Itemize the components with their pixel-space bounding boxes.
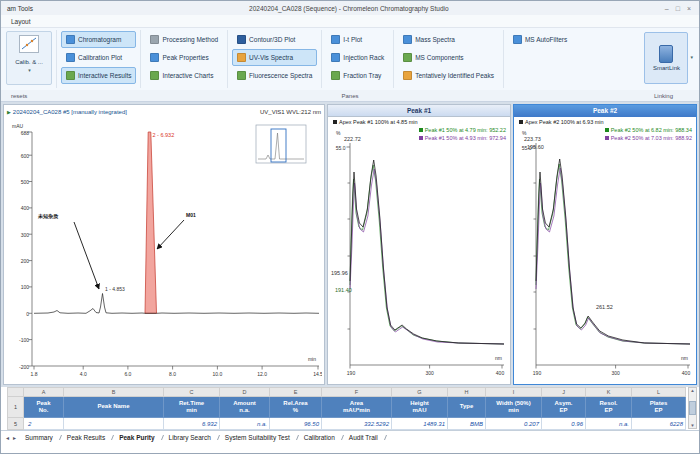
tab-scroll-right-icon[interactable]: ▸ (11, 434, 18, 441)
peak1-panel-header[interactable]: Peak #1 (328, 105, 510, 117)
y-axis-unit: % (336, 130, 341, 136)
scroll-down-icon[interactable]: ▼ (690, 423, 694, 428)
ribbon-button-label: Fraction Tray (343, 72, 381, 79)
ribbon-button-it-plot[interactable]: I-t Plot (326, 31, 389, 48)
chromatogram-plot[interactable]: mAU 688 600 500 400 300 200 100 0 -100 -… (4, 118, 322, 384)
wavelength-label: 191.40 (335, 287, 352, 293)
minimize-button-icon[interactable]: – (665, 5, 669, 12)
ribbon-button-ms-components[interactable]: MS Components (398, 49, 499, 66)
peak2-spectrum-plot[interactable]: % 55.0 190 300 400 nm 223.73 195.60 261.… (514, 117, 698, 384)
ribbon-button-processing-method[interactable]: Processing Method (145, 31, 223, 48)
cell-peak-no[interactable]: 2 (24, 418, 64, 430)
ribbon-button-interactive-results[interactable]: Interactive Results (61, 67, 136, 84)
column-letter[interactable]: E (270, 388, 322, 397)
peak2-panel-header[interactable]: Peak #2 (514, 105, 696, 117)
ribbon-group-views-1: Chromatogram Calibration Plot Interactiv… (60, 30, 141, 88)
column-letter[interactable]: D (220, 388, 270, 397)
header-cell[interactable]: Rel.Area% (270, 397, 322, 418)
header-cell[interactable]: Width (50%)min (486, 397, 542, 418)
ribbon-button-calibration-plot[interactable]: Calibration Plot (61, 49, 136, 66)
tab-scroll-left-icon[interactable]: ◂ (4, 434, 11, 441)
cell-peak-name[interactable] (64, 418, 164, 430)
column-letter-row: A B C D E F G H I J K L (8, 388, 686, 397)
close-button-icon[interactable]: × (687, 5, 691, 12)
bump-wavelength-label: 261.52 (596, 304, 613, 310)
uv-vis-spectra-icon (237, 53, 246, 62)
cell-ret-time[interactable]: 6.932 (164, 418, 220, 430)
ribbon-button-chromatogram[interactable]: Chromatogram (61, 31, 136, 48)
header-cell[interactable]: Asym.EP (542, 397, 586, 418)
column-letter[interactable]: B (64, 388, 164, 397)
row-number[interactable]: 1 (8, 397, 24, 418)
column-letter[interactable]: H (448, 388, 486, 397)
ribbon-button-interactive-charts[interactable]: Interactive Charts (145, 67, 223, 84)
header-cell[interactable]: Ret.Timemin (164, 397, 220, 418)
smartlink-button[interactable]: SmartLink (644, 32, 688, 84)
ribbon-button-tentatively-identified-peaks[interactable]: Tentatively Identified Peaks (398, 67, 499, 84)
header-cell[interactable]: HeightmAU (392, 397, 448, 418)
tab-audit-trail[interactable]: Audit Trail (342, 434, 385, 441)
ribbon-button-fraction-tray[interactable]: Fraction Tray (326, 67, 389, 84)
column-letter[interactable]: L (632, 388, 686, 397)
header-cell[interactable]: PeakNo. (24, 397, 64, 418)
ribbon-button-contour-3d-plot[interactable]: Contour/3D Plot (232, 31, 317, 48)
ribbon-button-uv-vis-spectra[interactable]: UV-Vis Spectra (232, 49, 317, 66)
tab-summary[interactable]: Summary (18, 434, 60, 441)
menu-layout[interactable]: Layout (11, 18, 31, 25)
ribbon-button-mass-spectra[interactable]: Mass Spectra (398, 31, 499, 48)
fluorescence-spectra-icon (237, 71, 246, 80)
ribbon-button-label: Interactive Charts (162, 72, 213, 79)
peak1-spectrum-50-right (350, 169, 504, 344)
zoom-overview-inset[interactable] (256, 125, 306, 163)
column-letter[interactable]: I (486, 388, 542, 397)
peak2-legend-purple: Peak #2 50% at 7.03 min: 988.92 (605, 135, 692, 141)
tab-peak-results[interactable]: Peak Results (60, 434, 112, 441)
ribbon-group-presets: Calib. & ... ▾ (5, 30, 57, 88)
svg-text:8.0: 8.0 (169, 371, 176, 377)
row-number[interactable]: 5 (8, 418, 24, 430)
ribbon-group-views-4: I-t Plot Injection Rack Fraction Tray (325, 30, 394, 88)
ribbon-button-injection-rack[interactable]: Injection Rack (326, 49, 389, 66)
cell-width[interactable]: 0.207 (486, 418, 542, 430)
smartlink-dropdown-icon[interactable]: ▾ (690, 32, 693, 60)
column-letter[interactable]: C (164, 388, 220, 397)
cell-amount[interactable]: n.a. (220, 418, 270, 430)
svg-text:1.8: 1.8 (31, 371, 38, 377)
column-letter[interactable]: F (322, 388, 392, 397)
ribbon-button-fluorescence-spectra[interactable]: Fluorescence Spectra (232, 67, 317, 84)
scroll-up-icon[interactable]: ▲ (690, 388, 694, 393)
calibration-presets-button[interactable]: Calib. & ... ▾ (6, 31, 52, 85)
column-letter[interactable]: G (392, 388, 448, 397)
peak1-spectrum-plot[interactable]: % 55.0 190 300 400 nm 222.72 195.96 191.… (328, 117, 512, 384)
tab-system-suitability-test[interactable]: System Suitability Test (218, 434, 297, 441)
cell-asym[interactable]: 0.96 (542, 418, 586, 430)
table-scrollbar[interactable]: ▲ ▼ (688, 387, 697, 429)
cell-plates[interactable]: 6228 (632, 418, 686, 430)
scrollbar-thumb[interactable] (689, 401, 696, 415)
cell-height[interactable]: 1489.31 (392, 418, 448, 430)
context-tab[interactable]: am Tools (5, 5, 33, 12)
tab-calibration[interactable]: Calibration (297, 434, 342, 441)
cell-area[interactable]: 332.5292 (322, 418, 392, 430)
header-cell[interactable]: Type (448, 397, 486, 418)
cell-rel-area[interactable]: 96.50 (270, 418, 322, 430)
cell-type[interactable]: BMB (448, 418, 486, 430)
processing-method-icon (150, 35, 159, 44)
column-letter[interactable]: K (586, 388, 632, 397)
header-cell[interactable]: PlatesEP (632, 397, 686, 418)
cell-resol[interactable]: n.a. (586, 418, 632, 430)
header-cell[interactable]: Peak Name (64, 397, 164, 418)
ribbon-button-peak-properties[interactable]: Peak Properties (145, 49, 223, 66)
tab-library-search[interactable]: Library Search (162, 434, 218, 441)
peak1-apex-legend: Apex Peak #1 100% at 4.85 min (333, 119, 418, 125)
column-letter[interactable]: J (542, 388, 586, 397)
tab-peak-purity[interactable]: Peak Purity (112, 434, 161, 441)
column-letter[interactable]: A (24, 388, 64, 397)
main-peak-shape[interactable] (145, 132, 157, 313)
header-cell[interactable]: Amountn.a. (220, 397, 270, 418)
ribbon-button-label: Interactive Results (78, 72, 131, 79)
header-cell[interactable]: AreamAU*min (322, 397, 392, 418)
maximize-button-icon[interactable]: □ (676, 5, 680, 12)
header-cell[interactable]: Resol.EP (586, 397, 632, 418)
ribbon-button-ms-autofilters[interactable]: MS AutoFilters (508, 31, 572, 48)
